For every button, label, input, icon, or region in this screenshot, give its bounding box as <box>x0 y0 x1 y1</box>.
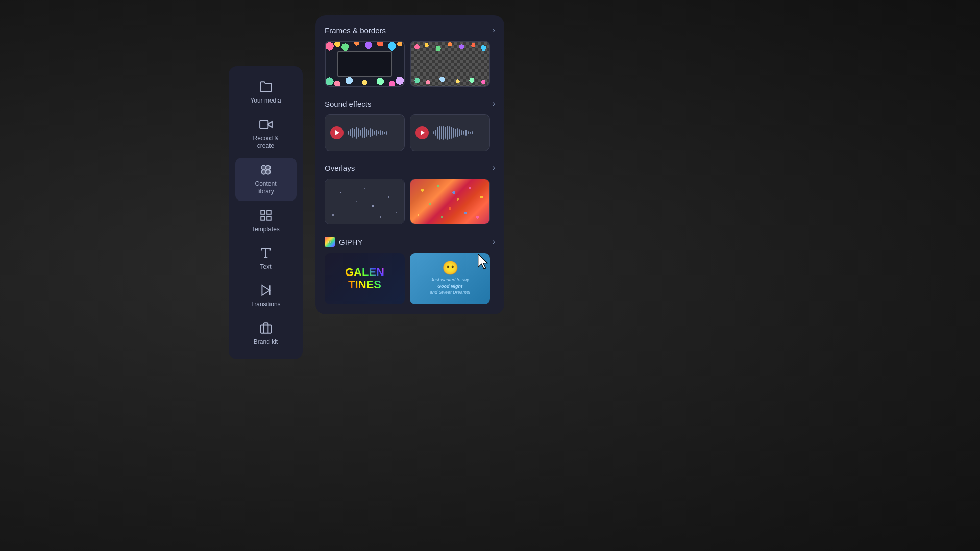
waveform-bar <box>364 127 365 138</box>
sound-effects-header[interactable]: Sound effects › <box>325 99 495 108</box>
waveform-bar <box>378 131 379 134</box>
sound-play-button-1[interactable] <box>330 126 344 139</box>
giphy-valentines-preview: GALENTiNES <box>325 253 405 304</box>
sound-effects-title: Sound effects <box>325 99 371 108</box>
templates-icon <box>259 208 273 222</box>
giphy-title-group: G GIPHY <box>325 237 363 247</box>
checker-frame-preview <box>411 42 489 86</box>
frames-borders-chevron-icon: › <box>493 26 495 35</box>
overlay-item-colorful[interactable] <box>410 179 490 224</box>
waveform-bar <box>443 126 444 140</box>
waveform-1 <box>348 125 399 140</box>
waveform-bar <box>470 132 471 134</box>
sidebar-item-label-content-library: Contentlibrary <box>255 180 276 196</box>
svg-marker-0 <box>268 121 272 127</box>
sound-effects-section: Sound effects › <box>325 99 495 151</box>
waveform-bar <box>374 131 375 135</box>
brand-kit-icon <box>259 321 273 335</box>
overlays-title: Overlays <box>325 164 355 172</box>
sidebar-item-label-your-media: Your media <box>250 97 281 105</box>
sidebar-item-transitions[interactable]: Transitions <box>235 278 297 314</box>
sidebar-item-label-brand-kit: Brand kit <box>254 338 278 346</box>
giphy-section: G GIPHY › GALENTiNES 😶 Just wanted to sa… <box>325 237 495 304</box>
waveform-bar <box>445 127 446 139</box>
sidebar-item-content-library[interactable]: Contentlibrary <box>235 158 297 201</box>
sound-effects-chevron-icon: › <box>493 99 495 108</box>
checker-flower-decoration <box>411 42 489 86</box>
sound-item-2[interactable] <box>410 114 490 151</box>
flower-frame-preview <box>326 42 404 86</box>
svg-point-5 <box>266 170 271 174</box>
overlay-item-sparkle[interactable] <box>325 179 405 224</box>
waveform-bar <box>437 127 438 139</box>
giphy-item-valentines[interactable]: GALENTiNES <box>325 253 405 304</box>
waveform-bar <box>376 130 377 136</box>
waveform-bar <box>449 126 450 139</box>
frames-borders-title: Frames & borders <box>325 26 386 35</box>
waveform-bar <box>453 128 454 138</box>
frames-borders-header[interactable]: Frames & borders › <box>325 26 495 35</box>
flower-decoration <box>326 42 404 86</box>
waveform-bar <box>435 130 436 136</box>
sidebar-item-label-text: Text <box>260 263 271 271</box>
sound-effects-items <box>325 114 495 151</box>
waveform-bar <box>441 126 442 139</box>
giphy-valentines-text: GALENTiNES <box>345 266 384 291</box>
content-library-panel: Frames & borders › Sound effects › <box>315 15 504 314</box>
svg-rect-1 <box>260 120 268 128</box>
frames-borders-items <box>325 41 495 87</box>
waveform-bar <box>380 130 381 135</box>
text-icon <box>259 246 273 260</box>
sidebar-item-label-record-create: Record &create <box>253 135 278 151</box>
folder-icon <box>259 80 273 94</box>
svg-rect-14 <box>260 325 272 333</box>
svg-rect-8 <box>261 216 265 220</box>
overlay-sparkle-preview <box>325 179 404 224</box>
giphy-items: GALENTiNES 😶 Just wanted to sayGood Nigh… <box>325 253 495 304</box>
waveform-bar <box>465 130 467 136</box>
content-library-icon <box>259 163 273 177</box>
sidebar-item-label-templates: Templates <box>252 226 280 234</box>
waveform-bar <box>362 128 363 138</box>
waveform-bar <box>352 128 353 138</box>
sound-item-1[interactable] <box>325 114 405 151</box>
confetti-decoration <box>410 179 489 224</box>
sound-play-button-2[interactable] <box>415 126 429 139</box>
overlays-header[interactable]: Overlays › <box>325 163 495 172</box>
sidebar-item-text[interactable]: Text <box>235 241 297 277</box>
sidebar-item-record-create[interactable]: Record &create <box>235 112 297 156</box>
svg-rect-9 <box>267 216 271 220</box>
sidebar-item-templates[interactable]: Templates <box>235 203 297 239</box>
waveform-bar <box>455 129 456 137</box>
sidebar-item-brand-kit[interactable]: Brand kit <box>235 316 297 352</box>
waveform-bar <box>459 129 460 136</box>
sparkle-decoration <box>325 179 404 224</box>
frame-item-checker-flowers[interactable] <box>410 41 490 87</box>
giphy-item-goodnight[interactable]: 😶 Just wanted to sayGood Nightand Sweet … <box>410 253 490 304</box>
waveform-bar <box>354 129 355 137</box>
waveform-bar <box>457 128 458 137</box>
waveform-bar <box>472 131 473 134</box>
waveform-bar <box>447 126 448 140</box>
waveform-bar <box>386 131 387 135</box>
overlays-items <box>325 179 495 224</box>
waveform-bar <box>451 127 452 139</box>
waveform-bar <box>433 131 434 134</box>
frame-item-flowers[interactable] <box>325 41 405 87</box>
moon-face-icon: 😶 <box>442 261 458 274</box>
waveform-bar <box>463 131 464 135</box>
svg-point-4 <box>261 170 266 174</box>
video-camera-icon <box>259 117 273 132</box>
sidebar-item-your-media[interactable]: Your media <box>235 74 297 110</box>
waveform-bar <box>366 129 367 137</box>
waveform-bar <box>360 130 361 136</box>
giphy-header[interactable]: G GIPHY › <box>325 237 495 247</box>
waveform-bar <box>368 130 369 135</box>
waveform-bar <box>372 129 373 136</box>
svg-point-3 <box>266 165 271 170</box>
waveform-bar <box>370 128 371 137</box>
svg-rect-6 <box>261 210 265 214</box>
overlays-chevron-icon: › <box>493 163 495 172</box>
waveform-bar <box>348 131 349 135</box>
svg-marker-12 <box>262 285 270 295</box>
